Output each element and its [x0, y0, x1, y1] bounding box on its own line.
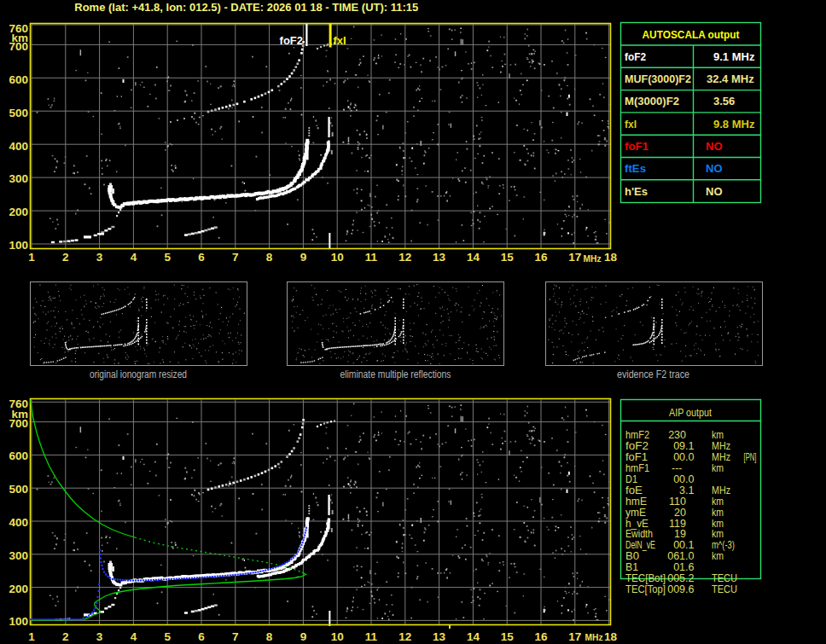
svg-text:200: 200	[9, 206, 28, 218]
svg-text:300: 300	[9, 549, 28, 562]
svg-text:M(3000)F2: M(3000)F2	[625, 95, 679, 107]
svg-text:110: 110	[669, 496, 686, 508]
svg-text:TECU: TECU	[712, 572, 737, 584]
svg-text:foF1: foF1	[625, 451, 648, 463]
svg-text:12: 12	[398, 630, 411, 643]
svg-text:NO: NO	[706, 140, 723, 153]
svg-text:ymE: ymE	[625, 507, 646, 519]
svg-text:2: 2	[62, 251, 69, 264]
svg-text:foF2: foF2	[280, 34, 303, 47]
svg-text:km: km	[712, 429, 724, 441]
svg-text:fxI: fxI	[334, 34, 346, 47]
svg-text:10: 10	[331, 251, 344, 264]
svg-text:6: 6	[198, 251, 205, 264]
svg-text:17: 17	[568, 251, 581, 264]
svg-text:1: 1	[28, 630, 35, 643]
svg-text:hmE: hmE	[625, 496, 647, 508]
svg-text:200: 200	[9, 583, 28, 595]
svg-text:00.1: 00.1	[673, 539, 694, 551]
svg-text:MHz: MHz	[712, 451, 730, 463]
svg-text:100: 100	[9, 239, 28, 252]
svg-text:16: 16	[534, 630, 548, 643]
svg-text:7: 7	[232, 630, 239, 643]
svg-text:400: 400	[9, 516, 28, 529]
svg-text:hmF1: hmF1	[625, 462, 649, 474]
svg-text:400: 400	[9, 140, 28, 153]
svg-text:10: 10	[331, 630, 344, 643]
svg-text:---: ---	[672, 462, 683, 474]
svg-text:TEC[Bot]: TEC[Bot]	[625, 572, 666, 584]
svg-text:8: 8	[266, 251, 273, 264]
svg-text:13: 13	[433, 251, 446, 264]
svg-text:m^(-3): m^(-3)	[712, 539, 735, 551]
svg-text:11: 11	[365, 251, 378, 264]
svg-text:NO: NO	[706, 162, 723, 175]
svg-text:TECU: TECU	[712, 583, 737, 595]
svg-text:h_vE: h_vE	[625, 518, 649, 530]
svg-text:km: km	[712, 528, 724, 540]
svg-text:00.0: 00.0	[673, 451, 694, 463]
svg-text:300: 300	[9, 172, 28, 185]
svg-text:MUF(3000)F2: MUF(3000)F2	[625, 73, 691, 85]
svg-text:3.1: 3.1	[679, 484, 694, 496]
svg-text:9.8 MHz: 9.8 MHz	[713, 118, 755, 131]
svg-text:18: 18	[604, 630, 618, 643]
svg-text:km: km	[712, 462, 724, 474]
svg-text:8: 8	[266, 630, 273, 643]
svg-text:2: 2	[62, 630, 69, 643]
svg-text:km: km	[712, 550, 724, 562]
svg-text:4: 4	[131, 251, 137, 264]
svg-text:16: 16	[534, 251, 548, 264]
svg-text:NO: NO	[706, 185, 723, 198]
svg-text:14: 14	[467, 251, 480, 264]
svg-text:foF2: foF2	[625, 440, 649, 452]
svg-text:ftEs: ftEs	[625, 162, 646, 175]
svg-text:km: km	[712, 496, 724, 508]
svg-text:fxI: fxI	[625, 118, 637, 131]
svg-text:009.6: 009.6	[667, 583, 694, 595]
svg-text:09.1: 09.1	[673, 440, 694, 452]
svg-text:00.0: 00.0	[673, 473, 694, 485]
svg-text:DelN_vE: DelN_vE	[625, 539, 655, 551]
svg-text:MHz: MHz	[584, 253, 602, 264]
svg-text:500: 500	[9, 107, 28, 119]
svg-text:9: 9	[300, 251, 307, 264]
svg-text:h'Es: h'Es	[625, 185, 648, 198]
svg-text:17: 17	[568, 630, 581, 643]
svg-text:MHz: MHz	[712, 484, 730, 496]
svg-text:Ewidth: Ewidth	[625, 528, 653, 540]
svg-text:230: 230	[668, 429, 686, 441]
svg-text:B0: B0	[625, 550, 639, 562]
svg-text:32.4 MHz: 32.4 MHz	[707, 73, 754, 85]
svg-text:hmF2: hmF2	[625, 429, 649, 441]
svg-text:19: 19	[674, 528, 686, 540]
svg-text:119: 119	[669, 518, 686, 530]
svg-text:AIP output: AIP output	[669, 406, 712, 419]
svg-text:km: km	[712, 507, 724, 519]
svg-text:4: 4	[131, 630, 137, 643]
svg-text:700: 700	[9, 417, 28, 430]
svg-text:foF1: foF1	[625, 140, 649, 153]
svg-text:7: 7	[232, 251, 239, 264]
svg-text:13: 13	[433, 630, 446, 643]
svg-text:14: 14	[467, 630, 480, 643]
svg-text:15: 15	[501, 251, 515, 264]
svg-text:100: 100	[9, 615, 28, 628]
svg-text:Rome (lat: +41.8, lon: 012.5): Rome (lat: +41.8, lon: 012.5) - DATE: 20…	[74, 1, 418, 14]
svg-text:foF2: foF2	[625, 50, 646, 63]
svg-text:11: 11	[365, 630, 378, 643]
svg-text:18: 18	[604, 251, 618, 264]
svg-text:6: 6	[198, 630, 205, 643]
svg-text:9.1 MHz: 9.1 MHz	[713, 50, 755, 63]
svg-text:12: 12	[398, 251, 411, 264]
svg-text:01.6: 01.6	[673, 561, 694, 573]
svg-text:MHz: MHz	[585, 632, 603, 642]
svg-text:original ionogram resized: original ionogram resized	[90, 368, 187, 380]
svg-text:3: 3	[96, 251, 103, 264]
svg-text:600: 600	[9, 73, 28, 86]
svg-text:500: 500	[9, 483, 28, 496]
svg-text:B1: B1	[625, 561, 638, 573]
svg-text:5: 5	[164, 251, 171, 264]
svg-text:1: 1	[28, 251, 35, 264]
svg-text:15: 15	[501, 630, 515, 643]
